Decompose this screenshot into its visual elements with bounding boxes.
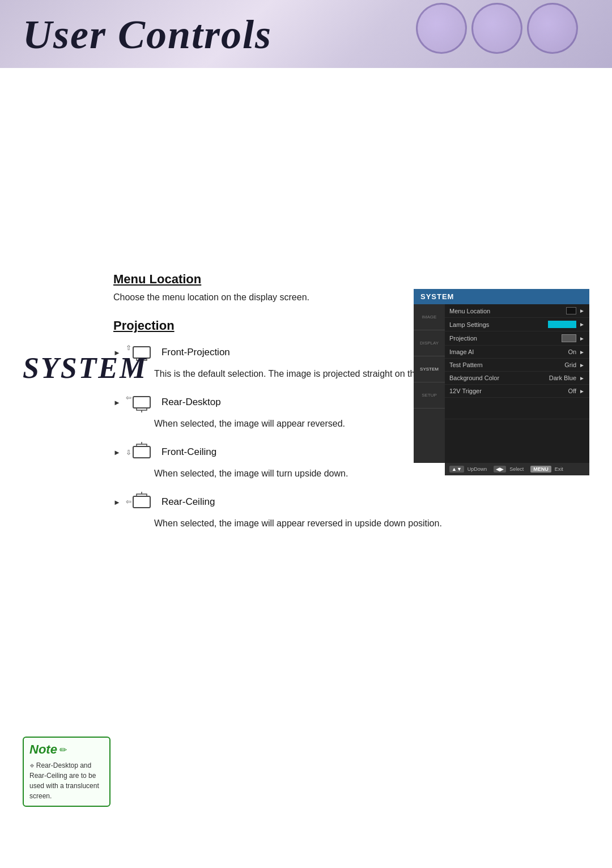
svg-rect-14 [137, 494, 147, 496]
osd-row-menu-location[interactable]: Menu Location ► [445, 304, 589, 318]
osd-row-12v-trigger[interactable]: 12V Trigger Off ► [445, 385, 589, 398]
osd-arrow-3: ► [579, 335, 585, 342]
svg-rect-6 [137, 408, 147, 410]
svg-text:⇦: ⇦ [126, 498, 131, 506]
proj-label-front-ceiling: Front-Ceiling [162, 446, 216, 458]
osd-row-image-ai[interactable]: Image AI On ► [445, 346, 589, 359]
proj-item-rear-ceiling: ► ⇦ Rear-Ceiling [113, 492, 589, 512]
osd-arrow-6: ► [579, 375, 585, 381]
osd-row-projection[interactable]: Projection ► [445, 331, 589, 346]
deco-circle-1 [416, 3, 467, 54]
menu-location-title: Menu Location [113, 272, 589, 287]
proj-label-rear-ceiling: Rear-Ceiling [162, 496, 215, 508]
page-title: User Controls [23, 11, 272, 58]
system-section-heading: SYSTEM [23, 351, 147, 385]
front-ceiling-icon: ⇧ [125, 442, 155, 462]
osd-menu-rows: Menu Location ► Lamp Settings ► Projecti… [445, 304, 589, 463]
rear-desktop-icon: ⇦ [125, 392, 155, 412]
osd-arrow-1: ► [579, 308, 585, 314]
trigger-value: Off [568, 388, 576, 394]
osd-row-lamp-settings[interactable]: Lamp Settings ► [445, 318, 589, 331]
select-label: Select [509, 466, 524, 472]
svg-rect-5 [133, 397, 150, 408]
deco-circle-2 [471, 3, 522, 54]
osd-arrow-5: ► [579, 362, 585, 368]
svg-text:⇧: ⇧ [126, 448, 131, 456]
deco-circle-3 [527, 3, 578, 54]
osd-arrow-7: ► [579, 388, 585, 394]
sidebar-item-display[interactable]: DISPLAY [414, 330, 445, 356]
bg-color-value: Dark Blue [549, 375, 576, 381]
sidebar-item-image[interactable]: IMAGE [414, 304, 445, 330]
sidebar-item-system[interactable]: SYSTEM [414, 356, 445, 382]
updown-icon: ▲▼ [449, 466, 464, 473]
osd-row-test-pattern[interactable]: Test Pattern Grid ► [445, 359, 589, 372]
svg-rect-10 [137, 444, 147, 446]
note-box: Note ✏ ❖ Rear-Desktop and Rear-Ceiling a… [23, 737, 110, 807]
sidebar-item-setup[interactable]: SETUP [414, 382, 445, 409]
pencil-icon: ✏ [60, 744, 67, 755]
test-pattern-value: Grid [564, 361, 576, 368]
svg-text:⇧: ⇧ [126, 344, 131, 352]
osd-arrow-2: ► [579, 321, 585, 327]
osd-panel: SYSTEM IMAGE DISPLAY SYSTEM SETUP Menu L… [414, 289, 589, 475]
projection-swatch [562, 334, 576, 342]
rear-ceiling-icon: ⇦ [125, 492, 155, 512]
select-icon: ◀▶ [494, 466, 506, 473]
proj-desc-rear-ceiling: When selected, the image will appear rev… [154, 517, 589, 530]
proj-label-rear-desktop: Rear-Desktop [162, 397, 221, 408]
osd-title-bar: SYSTEM [414, 289, 589, 304]
osd-empty-row-1 [445, 398, 589, 419]
proj-arrow-rear-desktop: ► [113, 398, 121, 407]
svg-rect-13 [133, 496, 150, 508]
exit-label: Exit [555, 466, 563, 472]
osd-footer: ▲▼ UpDown ◀▶ Select MENU Exit [445, 463, 589, 475]
note-content: ❖ Rear-Desktop and Rear-Ceiling are to b… [29, 760, 104, 801]
svg-text:⇦: ⇦ [126, 394, 131, 402]
proj-label-front: Front-Projection [162, 347, 230, 358]
proj-arrow-rear-ceiling: ► [113, 498, 121, 507]
lamp-settings-swatch [548, 321, 576, 328]
osd-empty-row-2 [445, 419, 589, 441]
proj-arrow-front-ceiling: ► [113, 448, 121, 457]
note-header: Note ✏ [29, 742, 104, 757]
header-decoration [416, 3, 578, 54]
osd-row-background-color[interactable]: Background Color Dark Blue ► [445, 372, 589, 385]
menu-button[interactable]: MENU [530, 466, 551, 473]
osd-body: IMAGE DISPLAY SYSTEM SETUP Menu Location… [414, 304, 589, 463]
image-ai-value: On [568, 348, 576, 355]
header-banner: User Controls [0, 0, 612, 68]
menu-location-swatch [566, 307, 576, 314]
osd-arrow-4: ► [579, 349, 585, 355]
svg-rect-9 [133, 446, 150, 458]
updown-label: UpDown [468, 466, 487, 472]
note-title-text: Note [29, 742, 57, 757]
osd-sidebar: IMAGE DISPLAY SYSTEM SETUP [414, 304, 445, 463]
